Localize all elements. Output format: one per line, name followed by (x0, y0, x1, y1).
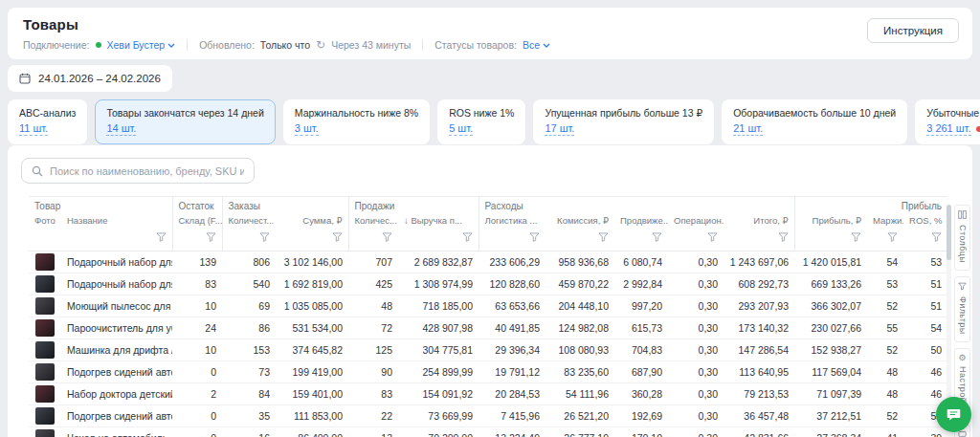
product-row[interactable]: Набор доктора детский284159 401,0083154 … (29, 383, 947, 405)
filter-funnel-icon[interactable] (778, 229, 789, 246)
column-header[interactable]: Логистика ... (479, 213, 546, 229)
calendar-icon (19, 73, 31, 84)
filter-card[interactable]: Маржинальность ниже 8%3 шт. (283, 99, 430, 144)
chat-fab-button[interactable] (936, 397, 971, 432)
cell-value: 54 111,96 (546, 383, 614, 405)
filter-funnel-icon[interactable] (259, 229, 270, 246)
filter-card[interactable]: Товары закончатся через 14 дней14 шт. (95, 99, 275, 144)
search-input[interactable] (50, 165, 244, 177)
filter-card[interactable]: Оборачиваемость больше 10 дней21 шт. (722, 99, 907, 144)
product-name[interactable]: Машинка для дрифта / маш... (61, 339, 172, 361)
product-row[interactable]: Подогрев сидений авто, на...073199 419,0… (29, 361, 947, 383)
filter-funnel-icon[interactable] (887, 229, 898, 246)
column-header[interactable]: Название (61, 213, 172, 229)
column-header[interactable]: Маржи... (867, 213, 903, 229)
column-header[interactable]: Сумма, ₽ (276, 213, 348, 229)
filter-card-count[interactable]: 3 шт. (295, 122, 319, 136)
column-header[interactable]: ROS, % (903, 213, 947, 229)
photo-cell (29, 251, 61, 273)
divider (187, 39, 188, 51)
chevron-down-icon (167, 43, 175, 48)
column-filter-cell[interactable] (398, 229, 479, 251)
column-filter-cell[interactable] (724, 229, 794, 251)
column-header[interactable]: ↓ Выручка п... (398, 213, 479, 229)
filter-card[interactable]: Упущенная прибыль больше 13 ₽17 шт. (533, 99, 714, 144)
vertical-scrollbar-thumb[interactable] (947, 205, 951, 260)
filter-funnel-icon[interactable] (931, 229, 942, 246)
filter-card-count[interactable]: 14 шт. (106, 122, 136, 136)
column-header[interactable]: Количес... (348, 213, 398, 229)
filter-funnel-icon[interactable] (156, 229, 167, 246)
filter-funnel-icon[interactable] (206, 229, 216, 246)
filter-card-count[interactable]: 3 261 шт. (926, 122, 970, 136)
filter-funnel-icon[interactable] (529, 229, 540, 246)
product-name[interactable]: Подогрев сидений авто, на... (61, 405, 172, 427)
filter-funnel-icon[interactable] (598, 229, 609, 246)
date-range-picker[interactable]: 24.01.2026 – 24.02.2026 (8, 65, 172, 92)
product-row[interactable]: Пароочиститель для уборк...2486531 534,0… (29, 317, 947, 339)
chevron-down-icon (543, 43, 550, 48)
column-filter-cell[interactable] (614, 229, 668, 251)
column-header[interactable]: Итого, ₽ (724, 213, 794, 229)
column-header[interactable]: Склад (F... (172, 213, 222, 229)
column-filter-cell[interactable] (903, 229, 947, 251)
filter-funnel-icon[interactable] (462, 229, 473, 246)
column-filter-cell[interactable] (668, 229, 724, 251)
product-name[interactable]: Набор доктора детский (61, 383, 172, 405)
cell-value: 958 936,68 (546, 251, 614, 273)
column-filter-cell[interactable] (172, 229, 222, 251)
filter-funnel-icon[interactable] (707, 229, 718, 246)
search-box[interactable] (21, 158, 255, 184)
statuses-select[interactable]: Все (523, 39, 550, 51)
product-row[interactable]: Машинка для дрифта / маш...10153374 645,… (29, 339, 947, 361)
product-name[interactable]: Подогрев сидений авто, на... (61, 361, 172, 383)
filter-funnel-icon[interactable] (332, 229, 343, 246)
filter-card-count[interactable]: 21 шт. (733, 122, 763, 136)
filter-funnel-icon[interactable] (851, 229, 861, 246)
filter-card[interactable]: ABC-анализ11 шт. (8, 99, 87, 144)
cell-value: 29 396,34 (479, 339, 546, 361)
column-header[interactable]: Прибыль, ₽ (794, 213, 867, 229)
instruction-button[interactable]: Инструкция (867, 18, 959, 43)
product-name[interactable]: Пароочиститель для уборк... (61, 317, 172, 339)
cell-value: 459 870,22 (546, 273, 614, 295)
column-header[interactable]: Операцион... (668, 213, 724, 229)
filter-card-count[interactable]: 11 шт. (19, 122, 48, 136)
filter-card[interactable]: ROS ниже 1%5 шт. (437, 99, 525, 144)
filter-funnel-icon[interactable] (652, 229, 662, 246)
column-header[interactable]: Продвиже... (614, 213, 668, 229)
cell-value: 125 (348, 339, 398, 361)
column-filter-cell[interactable] (348, 229, 398, 251)
column-filter-cell[interactable] (222, 229, 276, 251)
product-row[interactable]: Чехол на автомобиль, тент ...01686 400,0… (29, 427, 947, 437)
column-header[interactable]: Количест... (222, 213, 276, 229)
column-header[interactable]: Комиссия, ₽ (546, 213, 614, 229)
cell-value: 608 292,73 (724, 273, 794, 295)
filter-card-count[interactable]: 5 шт. (449, 122, 473, 136)
column-filter-cell[interactable] (794, 229, 867, 251)
filter-funnel-icon[interactable] (382, 229, 392, 246)
products-table-wrap: ТоварОстатокЗаказыПродажиРасходыПрибыльФ… (29, 196, 947, 437)
product-name[interactable]: Подарочный набор для му... (61, 273, 172, 295)
column-filter-cell[interactable] (546, 229, 614, 251)
photo-cell (29, 317, 61, 339)
chat-icon (946, 406, 962, 423)
column-filter-cell[interactable] (61, 229, 172, 251)
filter-card-count[interactable]: 17 шт. (545, 122, 574, 136)
side-tab-columns[interactable]: Столбцы (954, 205, 970, 271)
refresh-icon[interactable]: ↻ (316, 39, 325, 51)
product-name[interactable]: Моющий пылесос для мебе... (61, 295, 172, 317)
product-row[interactable]: Подарочный набор для му...1398063 102 14… (29, 251, 947, 273)
column-filter-cell[interactable] (867, 229, 903, 251)
column-filter-cell[interactable] (479, 229, 546, 251)
side-tab-filters[interactable]: Фильтры (954, 276, 970, 342)
filter-card[interactable]: Убыточные товары3 261 шт. (915, 99, 980, 144)
column-filter-cell[interactable] (276, 229, 348, 251)
product-row[interactable]: Моющий пылесос для мебе...10691 035 085,… (29, 295, 947, 317)
product-name[interactable]: Чехол на автомобиль, тент ... (61, 427, 172, 437)
product-row[interactable]: Подогрев сидений авто, на...035111 853,0… (29, 405, 947, 427)
product-row[interactable]: Подарочный набор для му...835401 692 819… (29, 273, 947, 295)
column-header[interactable]: Фото (29, 213, 61, 229)
connection-select[interactable]: Хеви Бустер (107, 39, 176, 51)
product-name[interactable]: Подарочный набор для му... (61, 251, 172, 273)
